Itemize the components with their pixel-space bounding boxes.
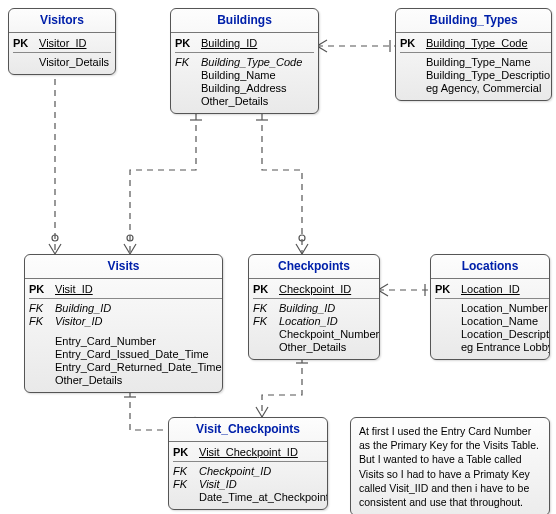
entity-title: Visitors (9, 9, 115, 33)
attr: Other_Details (201, 95, 314, 107)
fk-label: FK (253, 315, 277, 327)
entity-title: Buildings (171, 9, 318, 33)
pk-label: PK (400, 37, 424, 49)
fk-label: FK (29, 302, 53, 314)
entity-checkpoints: Checkpoints PK Checkpoint_ID FK Building… (248, 254, 380, 360)
fk-label: FK (173, 478, 197, 490)
attr: Building_Address (201, 82, 314, 94)
pk-name: Visitor_ID (39, 37, 111, 49)
fk-label: FK (253, 302, 277, 314)
svg-point-8 (299, 235, 305, 241)
entity-visit-checkpoints: Visit_Checkpoints PK Visit_Checkpoint_ID… (168, 417, 328, 510)
pk-label: PK (435, 283, 459, 295)
pk-label: PK (173, 446, 197, 458)
attr: Building_Type_Name (426, 56, 552, 68)
entity-buildings: Buildings PK Building_ID FK Building_Typ… (170, 8, 319, 114)
pk-name: Checkpoint_ID (279, 283, 379, 295)
attr: Location_Number (461, 302, 550, 314)
attr: Building_Type_Code (201, 56, 314, 68)
attr: eg Entrance Lobby (461, 341, 550, 353)
attr: Other_Details (279, 341, 379, 353)
attr: Visitor_ID (55, 315, 222, 327)
entity-title: Locations (431, 255, 549, 279)
pk-name: Building_ID (201, 37, 314, 49)
entity-title: Visits (25, 255, 222, 279)
attr: eg Agency, Commercial (426, 82, 552, 94)
attr: Other_Details (55, 374, 222, 386)
entity-title: Building_Types (396, 9, 551, 33)
attr: Entry_Card_Number (55, 335, 222, 347)
attr: Date_Time_at_Checkpoint (199, 491, 328, 503)
fk-label: FK (173, 465, 197, 477)
entity-visitors: Visitors PK Visitor_ID Visitor_Details (8, 8, 116, 75)
attr: Entry_Card_Issued_Date_Time (55, 348, 222, 360)
pk-name: Building_Type_Code (426, 37, 552, 49)
attr: Checkpoint_Number (279, 328, 379, 340)
pk-name: Visit_Checkpoint_ID (199, 446, 328, 458)
pk-label: PK (29, 283, 53, 295)
entity-locations: Locations PK Location_ID Location_Number… (430, 254, 550, 360)
pk-label: PK (253, 283, 277, 295)
svg-point-4 (52, 235, 58, 241)
attr: Building_Type_Description (426, 69, 552, 81)
attr: Building_Name (201, 69, 314, 81)
fk-label: FK (29, 315, 53, 327)
pk-name: Visit_ID (55, 283, 222, 295)
design-note: At first I used the Entry Card Number as… (350, 417, 550, 514)
pk-label: PK (13, 37, 37, 49)
attr: Building_ID (55, 302, 222, 314)
entity-building-types: Building_Types PK Building_Type_Code Bui… (395, 8, 552, 101)
svg-point-6 (127, 235, 133, 241)
fk-label: FK (175, 56, 199, 68)
entity-title: Visit_Checkpoints (169, 418, 327, 442)
entity-title: Checkpoints (249, 255, 379, 279)
attr: Location_Name (461, 315, 550, 327)
pk-name: Location_ID (461, 283, 550, 295)
attr: Building_ID (279, 302, 379, 314)
pk-label: PK (175, 37, 199, 49)
entity-visits: Visits PK Visit_ID FK Building_ID FK Vis… (24, 254, 223, 393)
attr: Location_Description (461, 328, 550, 340)
attr: Entry_Card_Returned_Date_Time (55, 361, 222, 373)
note-text: At first I used the Entry Card Number as… (359, 425, 539, 508)
attr: Visit_ID (199, 478, 328, 490)
attr: Location_ID (279, 315, 379, 327)
attr: Visitor_Details (39, 56, 111, 68)
attr: Checkpoint_ID (199, 465, 328, 477)
